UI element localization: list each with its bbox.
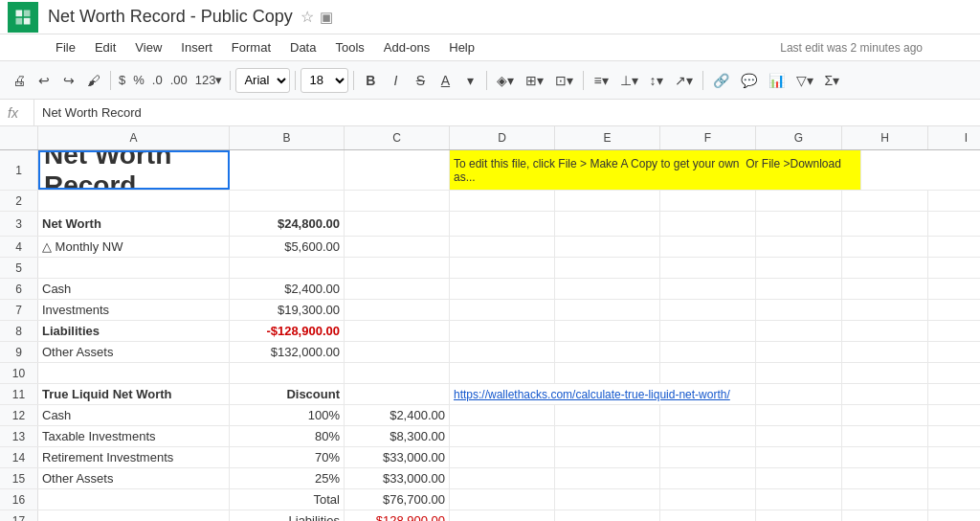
cell-i3[interactable] — [928, 212, 980, 236]
cell-c1[interactable] — [345, 150, 450, 190]
cell-h3[interactable] — [842, 212, 928, 236]
cell-c8[interactable] — [345, 321, 450, 341]
cell-b7[interactable]: $19,300.00 — [230, 300, 345, 320]
percent-btn[interactable]: % — [130, 73, 147, 87]
cell-h7[interactable] — [842, 300, 928, 320]
cell-b5[interactable] — [230, 258, 345, 278]
cell-f5[interactable] — [660, 258, 756, 278]
cell-g14[interactable] — [756, 447, 842, 467]
cell-c11[interactable] — [345, 384, 450, 404]
cell-f3[interactable] — [660, 212, 756, 236]
cell-i10[interactable] — [928, 363, 980, 383]
comment-btn[interactable]: 💬 — [736, 67, 762, 94]
function-btn[interactable]: Σ▾ — [820, 67, 845, 94]
cell-a6[interactable]: Cash — [38, 279, 230, 299]
cell-a9[interactable]: Other Assets — [38, 342, 230, 362]
cell-i6[interactable] — [928, 279, 980, 299]
cell-g2[interactable] — [756, 191, 842, 211]
text-wrap-btn[interactable]: ↕▾ — [645, 67, 668, 94]
currency-btn[interactable]: $ — [116, 73, 128, 87]
cell-c12[interactable]: $2,400.00 — [345, 405, 450, 425]
cell-h2[interactable] — [842, 191, 928, 211]
cell-g7[interactable] — [756, 300, 842, 320]
cell-f8[interactable] — [660, 321, 756, 341]
cell-b15[interactable]: 25% — [230, 468, 345, 488]
cell-b16[interactable]: Total — [230, 489, 345, 510]
cell-b14[interactable]: 70% — [230, 447, 345, 467]
link-btn[interactable]: 🔗 — [708, 67, 734, 94]
star-icon[interactable]: ☆ — [301, 8, 314, 26]
col-header-f[interactable]: F — [660, 126, 756, 149]
cell-d13[interactable] — [450, 426, 555, 446]
cell-e15[interactable] — [555, 468, 660, 488]
cell-h17[interactable] — [842, 510, 928, 521]
cell-g3[interactable] — [756, 212, 842, 236]
cell-c16[interactable]: $76,700.00 — [345, 489, 450, 510]
cell-g9[interactable] — [756, 342, 842, 362]
cell-i15[interactable] — [928, 468, 980, 488]
strikethrough-btn[interactable]: S — [409, 67, 432, 94]
cell-d2[interactable] — [450, 191, 555, 211]
cell-d15[interactable] — [450, 468, 555, 488]
menu-insert[interactable]: Insert — [173, 38, 220, 57]
menu-tools[interactable]: Tools — [327, 38, 371, 57]
cell-c17[interactable]: -$128,900.00 — [345, 510, 450, 521]
fill-color-btn[interactable]: ◈▾ — [492, 67, 519, 94]
cell-c3[interactable] — [345, 212, 450, 236]
cell-a16[interactable] — [38, 489, 230, 510]
cell-h11[interactable] — [842, 384, 928, 404]
cell-a7[interactable]: Investments — [38, 300, 230, 320]
menu-edit[interactable]: Edit — [87, 38, 123, 57]
menu-help[interactable]: Help — [441, 38, 482, 57]
valign-btn[interactable]: ⊥▾ — [615, 67, 643, 94]
cell-g4[interactable] — [756, 237, 842, 257]
cell-c5[interactable] — [345, 258, 450, 278]
filter-btn[interactable]: ▽▾ — [791, 67, 818, 94]
cell-f12[interactable] — [660, 405, 756, 425]
cell-d16[interactable] — [450, 489, 555, 510]
cell-i14[interactable] — [928, 447, 980, 467]
cell-b12[interactable]: 100% — [230, 405, 345, 425]
cell-d1-span[interactable]: To edit this file, click File > Make A C… — [450, 150, 861, 190]
menu-data[interactable]: Data — [282, 38, 323, 57]
cell-f9[interactable] — [660, 342, 756, 362]
underline-btn[interactable]: A — [434, 67, 457, 94]
cell-f4[interactable] — [660, 237, 756, 257]
folder-icon[interactable]: ▣ — [320, 9, 333, 26]
cell-f16[interactable] — [660, 489, 756, 510]
cell-c4[interactable] — [345, 237, 450, 257]
cell-i11[interactable] — [928, 384, 980, 404]
menu-addons[interactable]: Add-ons — [376, 38, 437, 57]
cell-a2[interactable] — [38, 191, 230, 211]
cell-b8[interactable]: -$128,900.00 — [230, 321, 345, 341]
cell-g8[interactable] — [756, 321, 842, 341]
undo-btn[interactable]: ↩ — [33, 67, 56, 94]
cell-d10[interactable] — [450, 363, 555, 383]
cell-f6[interactable] — [660, 279, 756, 299]
cell-b17[interactable]: - Liabilities — [230, 510, 345, 521]
cell-c7[interactable] — [345, 300, 450, 320]
cell-d14[interactable] — [450, 447, 555, 467]
cell-a12[interactable]: Cash — [38, 405, 230, 425]
cell-h9[interactable] — [842, 342, 928, 362]
col-header-g[interactable]: G — [756, 126, 842, 149]
cell-b10[interactable] — [230, 363, 345, 383]
font-select[interactable]: Arial — [235, 68, 290, 93]
cell-h10[interactable] — [842, 363, 928, 383]
menu-file[interactable]: File — [48, 38, 83, 57]
cell-g6[interactable] — [756, 279, 842, 299]
cell-e2[interactable] — [555, 191, 660, 211]
cell-b1[interactable] — [230, 150, 345, 190]
text-color-btn[interactable]: ▾ — [458, 67, 481, 94]
cell-b13[interactable]: 80% — [230, 426, 345, 446]
decimal-inc-btn[interactable]: .00 — [167, 73, 190, 87]
cell-f13[interactable] — [660, 426, 756, 446]
cell-e3[interactable] — [555, 212, 660, 236]
menu-format[interactable]: Format — [224, 38, 278, 57]
cell-b4[interactable]: $5,600.00 — [230, 237, 345, 257]
cell-c9[interactable] — [345, 342, 450, 362]
italic-btn[interactable]: I — [384, 67, 407, 94]
cell-g15[interactable] — [756, 468, 842, 488]
cell-i9[interactable] — [928, 342, 980, 362]
cell-g10[interactable] — [756, 363, 842, 383]
